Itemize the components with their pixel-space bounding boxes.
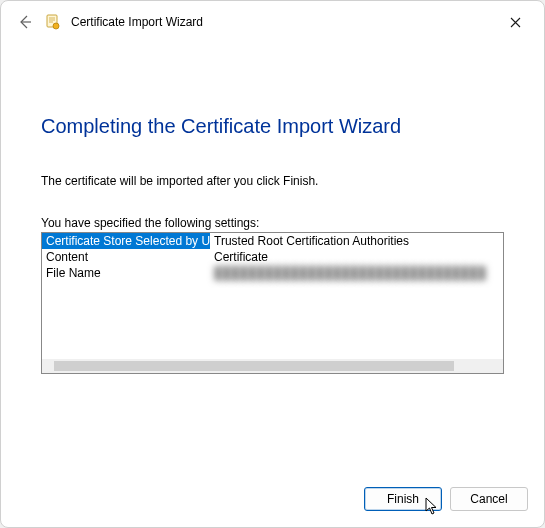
finish-button[interactable]: Finish (364, 487, 442, 511)
settings-table: Certificate Store Selected by User Trust… (41, 232, 504, 374)
scrollbar-thumb[interactable] (54, 361, 454, 371)
setting-key: File Name (42, 265, 210, 281)
close-button[interactable] (500, 7, 530, 37)
arrow-left-icon (17, 14, 33, 30)
titlebar: Certificate Import Wizard (1, 1, 544, 43)
button-row: Finish Cancel (1, 481, 544, 527)
table-row[interactable]: File Name ██████████████████████████████… (42, 265, 503, 281)
back-button[interactable] (15, 12, 35, 32)
certificate-icon (45, 14, 61, 30)
close-icon (510, 17, 521, 28)
setting-value: Certificate (210, 249, 503, 265)
setting-value: Trusted Root Certification Authorities (210, 233, 503, 249)
table-row[interactable]: Content Certificate (42, 249, 503, 265)
setting-key: Content (42, 249, 210, 265)
table-row[interactable]: Certificate Store Selected by User Trust… (42, 233, 503, 249)
page-heading: Completing the Certificate Import Wizard (41, 115, 504, 138)
wizard-window: Certificate Import Wizard Completing the… (0, 0, 545, 528)
svg-point-1 (53, 23, 59, 29)
setting-value-redacted: ████████████████████████████████ (210, 265, 503, 281)
settings-label: You have specified the following setting… (41, 216, 504, 230)
setting-key: Certificate Store Selected by User (42, 233, 210, 249)
content-area: Completing the Certificate Import Wizard… (1, 43, 544, 481)
cancel-button[interactable]: Cancel (450, 487, 528, 511)
window-title: Certificate Import Wizard (71, 15, 203, 29)
horizontal-scrollbar[interactable] (42, 359, 503, 373)
description-text: The certificate will be imported after y… (41, 174, 504, 188)
